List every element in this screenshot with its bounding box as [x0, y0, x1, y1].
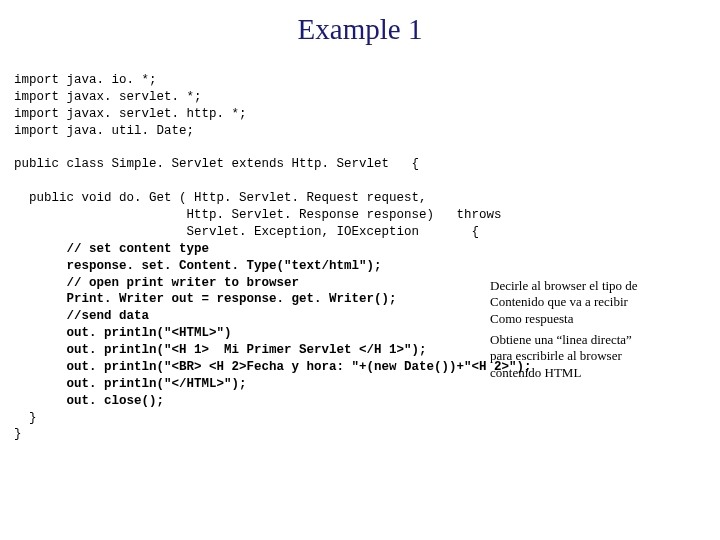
method-sig: public void do. Get ( Http. Servlet. Req…: [14, 191, 427, 205]
code-line: out. close();: [14, 394, 164, 408]
annotation-line: Decirle al browser el tipo de: [490, 278, 638, 294]
comment-line: // set content type: [14, 242, 209, 256]
method-sig: Servlet. Exception, IOException {: [14, 225, 479, 239]
brace-close: }: [14, 411, 37, 425]
code-block: import java. io. *; import javax. servle…: [0, 55, 720, 443]
annotation-line: contenido HTML: [490, 365, 632, 381]
comment-line: //send data: [14, 309, 149, 323]
code-line: out. println("<H 1> Mi Primer Servlet </…: [14, 343, 427, 357]
brace-close: }: [14, 427, 22, 441]
annotation-line: Obtiene una “linea directa”: [490, 332, 632, 348]
code-line: out. println("</HTML>");: [14, 377, 247, 391]
annotation-line: Como respuesta: [490, 311, 638, 327]
annotation-line: Contenido que va a recibir: [490, 294, 638, 310]
code-line: out. println("<BR> <H 2>Fecha y hora: "+…: [14, 360, 532, 374]
import-line: import javax. servlet. http. *;: [14, 107, 247, 121]
code-line: out. println("<HTML>"): [14, 326, 232, 340]
class-decl: public class Simple. Servlet extends Htt…: [14, 157, 419, 171]
code-line: Print. Writer out = response. get. Write…: [14, 292, 397, 306]
annotation-1: Decirle al browser el tipo de Contenido …: [490, 278, 638, 327]
code-line: response. set. Content. Type("text/html"…: [14, 259, 382, 273]
annotation-2: Obtiene una “linea directa” para escribi…: [490, 332, 632, 381]
method-sig: Http. Servlet. Response response) throws: [14, 208, 502, 222]
comment-line: // open print writer to browser: [14, 276, 299, 290]
slide-title: Example 1: [0, 0, 720, 49]
import-line: import java. io. *;: [14, 73, 157, 87]
annotation-line: para escribirle al browser: [490, 348, 632, 364]
import-line: import javax. servlet. *;: [14, 90, 202, 104]
import-line: import java. util. Date;: [14, 124, 194, 138]
